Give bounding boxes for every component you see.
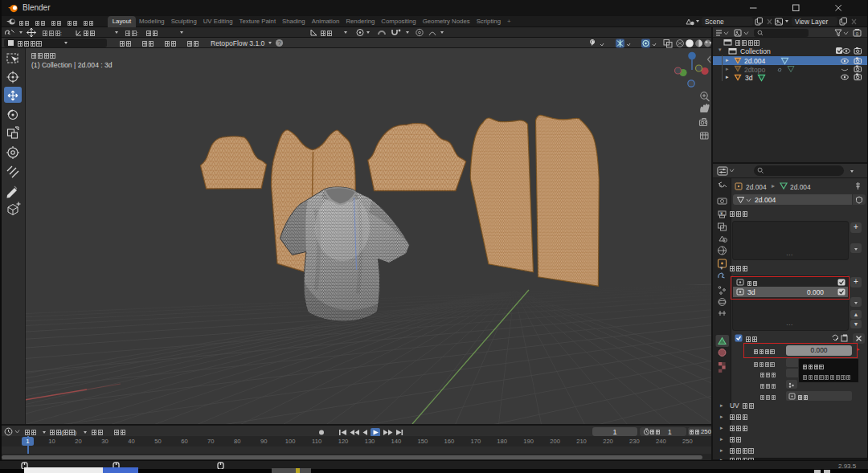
svg-text:?: ? [277, 39, 280, 47]
svg-text:0: 0 [856, 31, 859, 36]
